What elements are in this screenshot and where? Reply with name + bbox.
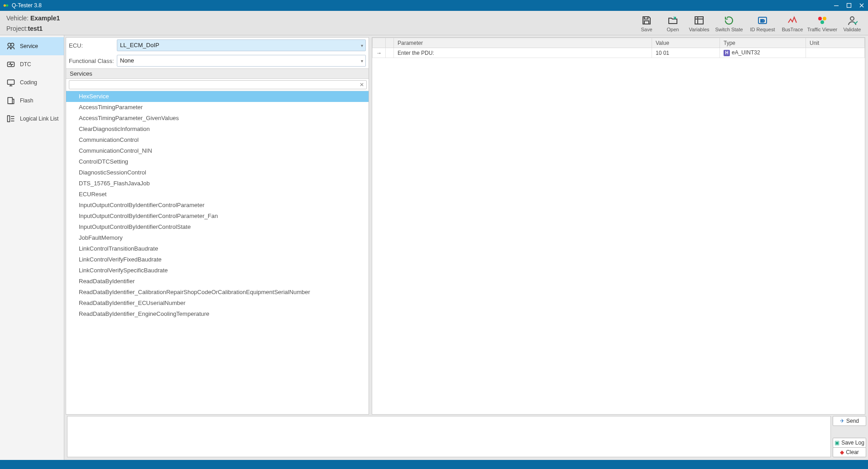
traffic-viewer-button[interactable]: Traffic Viewer (806, 11, 839, 35)
bottom-area: ✈ Send ▣ Save Log ◆ Clear (64, 415, 868, 460)
save-icon (641, 14, 652, 27)
hex-badge-icon: H (724, 50, 730, 56)
header: Vehicle: Example1 Project:test1 Save Ope… (0, 11, 868, 35)
svg-point-12 (850, 17, 854, 20)
service-item[interactable]: ReadDataByIdentifier_EngineCoolingTemper… (66, 309, 369, 319)
service-icon (5, 42, 17, 51)
col-value[interactable]: Value (652, 38, 720, 48)
ecu-select-value: LL_ECM_DoIP (117, 39, 366, 51)
service-item[interactable]: AccessTimingParameter_GivenValues (66, 113, 369, 124)
service-item[interactable]: DiagnosticSessionControl (66, 167, 369, 178)
variables-icon (694, 14, 705, 27)
cell-value[interactable]: 10 01 (652, 48, 720, 58)
service-item[interactable]: ReadDataByIdentifier_ECUserialNumber (66, 298, 369, 309)
services-filter-input[interactable] (69, 80, 367, 89)
services-panel: ECU: LL_ECM_DoIP ▾ Functional Class: Non… (66, 37, 369, 415)
validate-icon (847, 14, 858, 27)
dtc-icon (5, 60, 17, 69)
col-parameter[interactable]: Parameter (394, 38, 652, 48)
table-row[interactable]: →Enter the PDU:10 01HeA_UINT32 (373, 48, 865, 58)
cell-type: HeA_UINT32 (720, 48, 806, 58)
project-value: test1 (28, 25, 43, 32)
svg-point-0 (4, 4, 6, 6)
service-item[interactable]: InputOutputControlByIdentifierControlPar… (66, 211, 369, 222)
sidebar-item-flash[interactable]: Flash (0, 92, 64, 110)
sidebar-item-logical-link-list[interactable]: Logical Link List (0, 110, 64, 128)
svg-point-1 (6, 4, 8, 6)
maximize-button[interactable] (843, 0, 855, 11)
functional-class-value: None (117, 55, 366, 67)
service-item[interactable]: AccessTimingParameter (66, 102, 369, 113)
id-request-button[interactable]: ID ID Request (746, 11, 779, 35)
sidebar-item-label: Logical Link List (20, 116, 58, 122)
variables-button[interactable]: Variables (686, 11, 712, 35)
open-icon (667, 14, 678, 27)
send-button[interactable]: ✈ Send (833, 416, 866, 426)
parameter-table: Parameter Value Type Unit →Enter the PDU… (372, 38, 865, 58)
svg-rect-6 (695, 17, 703, 24)
vehicle-value: Example1 (30, 15, 60, 22)
switch-state-button[interactable]: Switch State (712, 11, 746, 35)
clear-filter-icon[interactable]: ✕ (360, 82, 364, 88)
open-button[interactable]: Open (660, 11, 686, 35)
services-header: Services (66, 68, 369, 79)
log-console[interactable] (67, 416, 831, 457)
save-button[interactable]: Save (633, 11, 660, 35)
cell-parameter: Enter the PDU: (394, 48, 652, 58)
service-item[interactable]: JobFaultMemory (66, 232, 369, 243)
service-item[interactable]: InputOutputControlByIdentifierControlPar… (66, 200, 369, 211)
service-item[interactable]: LinkControlVerifySpecificBaudrate (66, 265, 369, 276)
functional-class-select[interactable]: None ▾ (117, 55, 366, 67)
svg-rect-3 (847, 4, 851, 8)
col-unit[interactable]: Unit (806, 38, 865, 48)
context-info: Vehicle: Example1 Project:test1 (0, 11, 65, 35)
svg-rect-4 (644, 17, 648, 19)
service-item[interactable]: ClearDiagnosticInformation (66, 124, 369, 135)
service-item[interactable]: ReadDataByIdentifier_CalibrationRepairSh… (66, 287, 369, 298)
clear-icon: ◆ (840, 449, 844, 455)
svg-point-9 (818, 17, 822, 20)
service-item[interactable]: LinkControlVerifyFixedBaudrate (66, 254, 369, 265)
service-item[interactable]: CommunicationControl_NIN (66, 145, 369, 156)
row-indicator-icon: → (373, 48, 386, 58)
service-item[interactable]: ControlDTCSetting (66, 156, 369, 167)
service-item[interactable]: HexService (66, 91, 369, 102)
sidebar-item-coding[interactable]: Coding (0, 73, 64, 92)
parameter-panel: Parameter Value Type Unit →Enter the PDU… (372, 37, 865, 415)
cell-unit (806, 48, 865, 58)
minimize-button[interactable] (830, 0, 843, 11)
close-button[interactable] (855, 0, 868, 11)
ecu-select[interactable]: LL_ECM_DoIP ▾ (117, 39, 366, 51)
vehicle-label: Vehicle: (6, 15, 29, 22)
coding-icon (5, 78, 17, 87)
save-log-icon: ▣ (834, 440, 839, 446)
svg-point-13 (8, 43, 11, 46)
bustrace-button[interactable]: BusTrace (779, 11, 806, 35)
svg-rect-17 (8, 116, 10, 121)
svg-rect-16 (8, 80, 14, 84)
app-icon (3, 2, 9, 9)
svg-rect-2 (834, 5, 839, 6)
service-item[interactable]: ECUReset (66, 189, 369, 200)
title-bar: Q-Tester 3.8 (0, 0, 868, 11)
sidebar-item-dtc[interactable]: DTC (0, 55, 64, 73)
sidebar-item-service[interactable]: Service (0, 37, 64, 55)
validate-button[interactable]: Validate (839, 11, 865, 35)
save-log-button[interactable]: ▣ Save Log (833, 438, 866, 448)
sidebar: Service DTC Coding Flash Logical Link Li… (0, 35, 64, 460)
svg-point-14 (11, 43, 14, 46)
sidebar-item-label: DTC (20, 61, 31, 68)
traffic-viewer-icon (817, 14, 828, 27)
col-type[interactable]: Type (720, 38, 806, 48)
service-item[interactable]: InputOutputControlByIdentifierControlSta… (66, 222, 369, 232)
functional-class-label: Functional Class: (69, 58, 114, 64)
logical-link-list-icon (5, 114, 17, 123)
service-item[interactable]: CommunicationControl (66, 135, 369, 145)
services-list[interactable]: HexServiceAccessTimingParameterAccessTim… (66, 91, 369, 414)
status-bar (0, 460, 868, 469)
service-item[interactable]: ReadDataByIdentifier (66, 276, 369, 287)
clear-button[interactable]: ◆ Clear (833, 447, 866, 457)
toolbar: Save Open Variables Switch State ID ID R… (633, 11, 868, 35)
service-item[interactable]: DTS_15765_FlashJavaJob (66, 178, 369, 189)
service-item[interactable]: LinkControlTransitionBaudrate (66, 243, 369, 254)
